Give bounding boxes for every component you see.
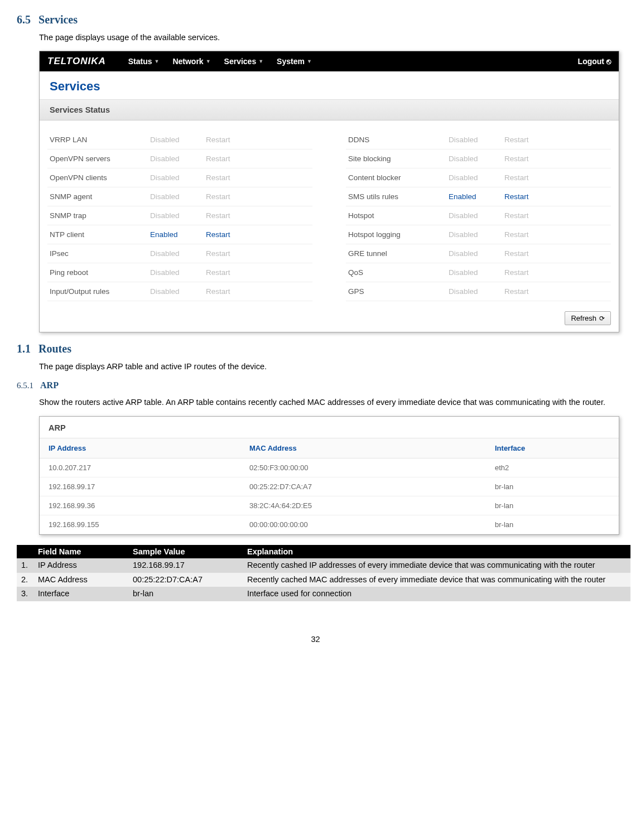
ftable-row: 3.Interfacebr-lanInterface used for conn…	[17, 587, 630, 601]
service-name: Content blocker	[348, 173, 449, 182]
logout-link[interactable]: Logout⎋	[578, 57, 611, 66]
restart-link[interactable]: Restart	[206, 249, 245, 258]
service-name: IPsec	[50, 249, 150, 258]
ftable-num: 1.	[17, 558, 33, 573]
page-title: Services	[40, 71, 619, 99]
arp-row: 192.168.99.1700:25:22:D7:CA:A7br-lan	[40, 477, 619, 496]
service-status: Enabled	[150, 230, 206, 239]
service-status: Disabled	[150, 249, 206, 258]
services-col-left: VRRP LANDisabledRestartOpenVPN serversDi…	[47, 131, 312, 301]
subsection-para-arp: Show the routers active ARP table. An AR…	[17, 396, 614, 408]
arp-table-header: IP Address MAC Address Interface	[40, 438, 619, 458]
restart-link[interactable]: Restart	[504, 136, 543, 144]
restart-link[interactable]: Restart	[504, 211, 543, 220]
services-col-right: DDNSDisabledRestartSite blockingDisabled…	[346, 131, 611, 301]
service-name: GPS	[348, 287, 449, 296]
panel-footer: Refresh ⟳	[40, 306, 619, 332]
service-name: Input/Output rules	[50, 287, 150, 296]
service-name: DDNS	[348, 136, 449, 144]
service-row: Content blockerDisabledRestart	[346, 168, 611, 187]
service-row: IPsecDisabledRestart	[47, 244, 312, 263]
restart-link[interactable]: Restart	[504, 287, 543, 296]
arp-if: br-lan	[486, 515, 619, 534]
restart-link[interactable]: Restart	[206, 155, 245, 163]
ftable-samplevalue: 00:25:22:D7:CA:A7	[128, 573, 243, 587]
service-row: Hotspot loggingDisabledRestart	[346, 225, 611, 244]
section-title: Routes	[38, 342, 71, 355]
service-name: NTP client	[50, 230, 150, 239]
ftable-num: 2.	[17, 573, 33, 587]
ftable-row: 1.IP Address192.168.99.17Recently cashed…	[17, 558, 630, 573]
ftable-fieldname: Interface	[33, 587, 128, 601]
arp-table-body: 10.0.207.21702:50:F3:00:00:00eth2192.168…	[40, 458, 619, 534]
service-name: GRE tunnel	[348, 249, 449, 258]
restart-link[interactable]: Restart	[504, 192, 543, 201]
chevron-down-icon: ▼	[258, 59, 263, 64]
restart-link[interactable]: Restart	[206, 211, 245, 220]
restart-link[interactable]: Restart	[504, 268, 543, 277]
top-nav: TELTONIKA Status▼ Network▼ Services▼ Sys…	[40, 51, 619, 71]
service-status: Disabled	[150, 192, 206, 201]
restart-link[interactable]: Restart	[504, 173, 543, 182]
brand-logo: TELTONIKA	[47, 56, 106, 67]
nav-system[interactable]: System▼	[277, 57, 312, 66]
nav-services[interactable]: Services▼	[224, 57, 264, 66]
service-name: VRRP LAN	[50, 136, 150, 144]
service-status: Disabled	[150, 268, 206, 277]
col-fieldname-header: Field Name	[33, 545, 128, 558]
arp-row: 192.168.99.15500:00:00:00:00:00br-lan	[40, 515, 619, 534]
service-row: Input/Output rulesDisabledRestart	[47, 282, 312, 301]
page-number: 32	[17, 635, 614, 644]
service-name: Hotspot	[348, 211, 449, 220]
service-status: Disabled	[449, 155, 504, 163]
restart-link[interactable]: Restart	[504, 249, 543, 258]
service-name: SNMP trap	[50, 211, 150, 220]
refresh-button[interactable]: Refresh ⟳	[565, 311, 611, 325]
section-number: 1.1	[17, 342, 31, 355]
restart-link[interactable]: Restart	[504, 230, 543, 239]
service-row: NTP clientEnabledRestart	[47, 225, 312, 244]
restart-link[interactable]: Restart	[206, 192, 245, 201]
restart-link[interactable]: Restart	[206, 173, 245, 182]
arp-ip: 192.168.99.17	[40, 477, 240, 496]
service-name: Site blocking	[348, 155, 449, 163]
arp-ip: 192.168.99.36	[40, 496, 240, 515]
nav-network[interactable]: Network▼	[172, 57, 210, 66]
restart-link[interactable]: Restart	[504, 155, 543, 163]
refresh-label: Refresh	[571, 314, 596, 322]
services-screenshot: TELTONIKA Status▼ Network▼ Services▼ Sys…	[39, 51, 619, 332]
subsection-heading-arp: 6.5.1 ARP	[17, 380, 614, 390]
col-samplevalue-header: Sample Value	[128, 545, 243, 558]
chevron-down-icon: ▼	[206, 59, 211, 64]
ftable-fieldname: MAC Address	[33, 573, 128, 587]
service-name: SNMP agent	[50, 192, 150, 201]
service-name: QoS	[348, 268, 449, 277]
services-table: VRRP LANDisabledRestartOpenVPN serversDi…	[40, 120, 619, 306]
restart-link[interactable]: Restart	[206, 268, 245, 277]
ftable-samplevalue: 192.168.99.17	[128, 558, 243, 573]
arp-mac: 38:2C:4A:64:2D:E5	[240, 496, 486, 515]
service-name: Ping reboot	[50, 268, 150, 277]
arp-mac: 02:50:F3:00:00:00	[240, 458, 486, 477]
service-row: SNMP trapDisabledRestart	[47, 206, 312, 225]
col-explanation-header: Explanation	[243, 545, 630, 558]
restart-link[interactable]: Restart	[206, 230, 245, 239]
service-status: Disabled	[150, 211, 206, 220]
col-ip-header: IP Address	[40, 438, 240, 458]
nav-status[interactable]: Status▼	[128, 57, 160, 66]
ftable-explanation: Recently cashed IP addresses of every im…	[243, 558, 630, 573]
subsection-title: ARP	[40, 380, 59, 390]
restart-link[interactable]: Restart	[206, 136, 245, 144]
section-intro-services: The page displays usage of the available…	[39, 32, 614, 43]
arp-if: eth2	[486, 458, 619, 477]
section-heading-services: 6.5 Services	[17, 13, 614, 26]
service-row: HotspotDisabledRestart	[346, 206, 611, 225]
arp-row: 192.168.99.3638:2C:4A:64:2D:E5br-lan	[40, 496, 619, 515]
service-row: OpenVPN serversDisabledRestart	[47, 149, 312, 168]
arp-ip: 10.0.207.217	[40, 458, 240, 477]
service-status: Disabled	[150, 155, 206, 163]
arp-mac: 00:25:22:D7:CA:A7	[240, 477, 486, 496]
col-mac-header: MAC Address	[240, 438, 486, 458]
service-status: Disabled	[150, 173, 206, 182]
restart-link[interactable]: Restart	[206, 287, 245, 296]
